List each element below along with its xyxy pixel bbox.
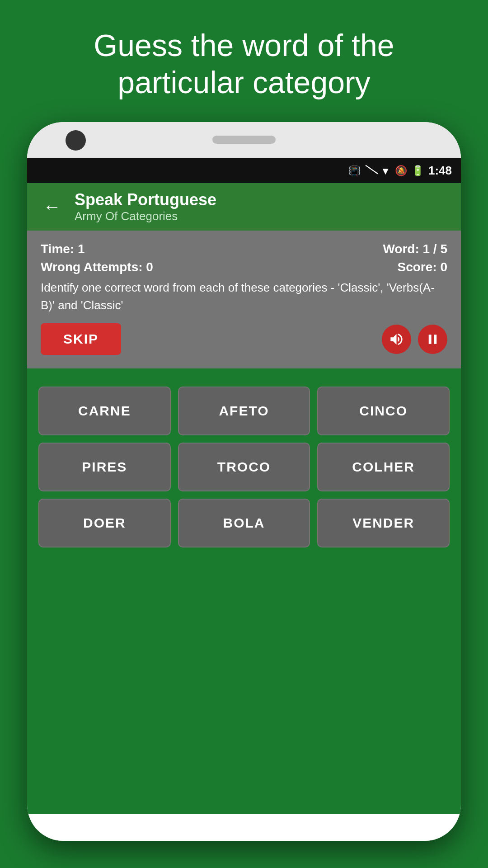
- time-stat: Time: 1: [41, 242, 85, 256]
- word-button[interactable]: PIRES: [38, 443, 171, 491]
- game-description: Identify one correct word from each of t…: [41, 279, 447, 314]
- stats-row-2: Wrong Attempts: 0 Score: 0: [41, 260, 447, 274]
- word-stat: Word: 1 / 5: [383, 242, 447, 256]
- back-button[interactable]: ←: [38, 192, 66, 222]
- word-button[interactable]: BOLA: [178, 499, 310, 547]
- app-subtitle: Army Of Categories: [75, 209, 216, 223]
- score-stat: Score: 0: [398, 260, 448, 274]
- status-icons: 📳 ▼ 🔕 🔋 1:48: [348, 164, 452, 178]
- phone-bottom-bar: [27, 814, 461, 841]
- game-actions: SKIP: [41, 323, 447, 362]
- app-bar: ← Speak Portuguese Army Of Categories: [27, 183, 461, 231]
- word-button[interactable]: TROCO: [178, 443, 310, 491]
- phone-content: 📳 ▼ 🔕 🔋 1:48 ←: [27, 158, 461, 841]
- battery-icon: 🔋: [412, 165, 424, 177]
- skip-button[interactable]: SKIP: [41, 323, 121, 355]
- title-line1: Guess the word of the: [94, 28, 394, 62]
- phone-speaker: [212, 136, 276, 144]
- sound-icon: [389, 331, 404, 347]
- word-grid-area: CARNEAFETOCINCOPIRESTROCOCOLHERDOERBOLAV…: [27, 368, 461, 557]
- stats-row-1: Time: 1 Word: 1 / 5: [41, 242, 447, 256]
- vibrate-icon: 📳: [348, 165, 361, 177]
- status-bar: 📳 ▼ 🔕 🔋 1:48: [27, 158, 461, 183]
- word-button[interactable]: VENDER: [317, 499, 450, 547]
- word-button[interactable]: CINCO: [317, 387, 450, 435]
- app-title: Speak Portuguese: [75, 190, 216, 209]
- pause-icon: [425, 331, 441, 347]
- app-bar-titles: Speak Portuguese Army Of Categories: [75, 190, 216, 223]
- pause-button[interactable]: [418, 325, 447, 354]
- word-button[interactable]: AFETO: [178, 387, 310, 435]
- phone-camera: [66, 130, 86, 151]
- sound-button[interactable]: [382, 325, 411, 354]
- word-button[interactable]: CARNE: [38, 387, 171, 435]
- word-grid: CARNEAFETOCINCOPIRESTROCOCOLHERDOERBOLAV…: [36, 387, 452, 547]
- action-icons: [382, 325, 447, 354]
- title-line2: particular category: [117, 65, 370, 99]
- word-button[interactable]: COLHER: [317, 443, 450, 491]
- page-title: Guess the word of the particular categor…: [0, 27, 488, 101]
- wifi-icon: ▼: [365, 165, 390, 177]
- game-info-panel: Time: 1 Word: 1 / 5 Wrong Attempts: 0 Sc…: [27, 231, 461, 368]
- wrong-attempts-stat: Wrong Attempts: 0: [41, 260, 153, 274]
- status-time: 1:48: [428, 164, 452, 178]
- notification-icon: 🔕: [395, 165, 407, 177]
- phone-frame: 📳 ▼ 🔕 🔋 1:48 ←: [27, 122, 461, 841]
- phone-top-bar: [27, 122, 461, 158]
- word-button[interactable]: DOER: [38, 499, 171, 547]
